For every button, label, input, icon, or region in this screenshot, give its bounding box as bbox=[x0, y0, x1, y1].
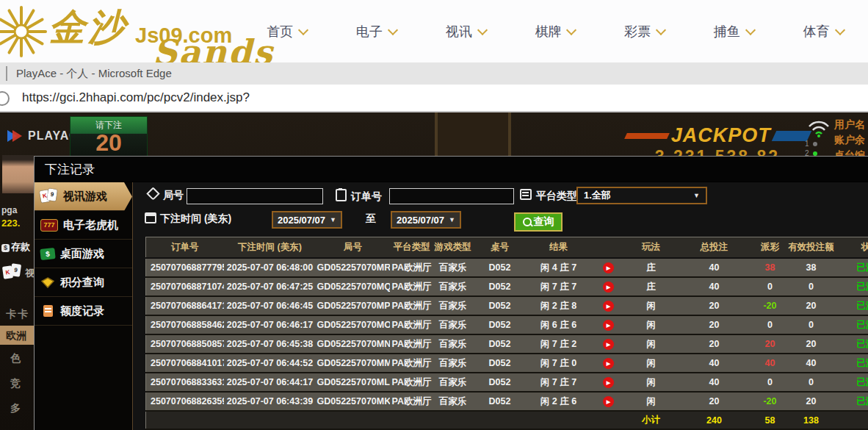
play-button[interactable]: ▶ bbox=[603, 339, 614, 350]
cell: 已派彩 bbox=[836, 392, 868, 411]
table-games-icon: $ bbox=[40, 247, 55, 259]
bet-time-label: 下注时间 (美东) bbox=[145, 212, 231, 226]
play-button[interactable]: ▶ bbox=[603, 377, 614, 388]
bet-countdown: 20 bbox=[70, 132, 147, 154]
table-row: 2507070688584622025-07-07 06:46:17GD0522… bbox=[146, 315, 868, 334]
lobby-item[interactable]: 多 bbox=[10, 402, 21, 415]
cell: PA欧洲厅 bbox=[390, 334, 434, 354]
lobby-item[interactable]: 色 bbox=[10, 352, 21, 365]
lobby-item[interactable]: 竞 bbox=[10, 377, 21, 390]
col-header: 桌号 bbox=[472, 237, 528, 259]
cell: 250707068864171 bbox=[146, 296, 224, 315]
cell: 2025-07-07 06:47:25 bbox=[224, 277, 317, 296]
table-header-row: 订单号 下注时间 (美东) 局号 平台类型 游戏类型 桌号 结果 玩法 总投注 … bbox=[146, 237, 868, 259]
cell: D052 bbox=[472, 354, 528, 373]
play-button[interactable]: ▶ bbox=[603, 320, 614, 331]
play-button[interactable]: ▶ bbox=[603, 358, 614, 369]
lobby-item[interactable]: 卡卡 bbox=[6, 308, 29, 321]
date-to-select[interactable]: 2025/07/07 ▼ bbox=[391, 211, 461, 229]
nav-item-fishing[interactable]: 捕鱼 bbox=[714, 23, 754, 40]
replay-cell: ▶ bbox=[590, 392, 628, 411]
tag-icon bbox=[146, 187, 159, 200]
nav-item-sports[interactable]: 体育 bbox=[803, 23, 844, 40]
lobby-item-selected[interactable]: 欧洲 bbox=[0, 326, 34, 345]
sidebar-item-video-games[interactable]: K9 视讯游戏 bbox=[35, 182, 132, 211]
background-decor bbox=[435, 112, 511, 157]
cell: 250707068850857 bbox=[146, 334, 224, 354]
cell: 闲 bbox=[628, 315, 675, 334]
cell: 250707068858462 bbox=[146, 315, 224, 334]
caret-down-icon: ▼ bbox=[449, 216, 455, 223]
col-header: 总投注 bbox=[675, 237, 754, 259]
chevron-down-icon bbox=[656, 24, 666, 35]
round-no-input[interactable] bbox=[187, 188, 323, 204]
replay-cell: ▶ bbox=[590, 315, 628, 334]
cell: 20 bbox=[675, 315, 754, 334]
nav-item-lottery[interactable]: 彩票 bbox=[624, 23, 665, 40]
window-edge bbox=[6, 66, 7, 81]
table-row: 2507070688410172025-07-07 06:44:52GD0522… bbox=[146, 354, 868, 373]
page-info-icon[interactable] bbox=[0, 91, 10, 106]
order-no-input[interactable] bbox=[389, 188, 514, 204]
bet-records-modal: 下注记录 K9 视讯游戏 777 电子老虎机 $ 桌面游戏 bbox=[34, 156, 868, 430]
cell: 40 bbox=[675, 354, 754, 373]
cards-icon: K9 bbox=[40, 189, 58, 204]
subtotal-valid: 138 bbox=[786, 411, 836, 429]
play-button[interactable]: ▶ bbox=[603, 301, 614, 312]
cell: 闲 bbox=[628, 392, 675, 411]
nav-item-home[interactable]: 首页 bbox=[267, 23, 307, 40]
caret-down-icon: ▼ bbox=[693, 192, 700, 199]
cell: 40 bbox=[675, 277, 754, 296]
sidebar-item-points[interactable]: 积分查询 bbox=[35, 268, 132, 297]
cell: D052 bbox=[472, 277, 528, 296]
cell: PA欧洲厅 bbox=[390, 354, 434, 373]
date-from-select[interactable]: 2025/07/07 ▼ bbox=[272, 211, 342, 229]
modal-sidebar: K9 视讯游戏 777 电子老虎机 $ 桌面游戏 积分查询 bbox=[35, 182, 133, 430]
clipboard-icon bbox=[336, 189, 347, 201]
play-button[interactable]: ▶ bbox=[603, 262, 614, 273]
records-table: 订单号 下注时间 (美东) 局号 平台类型 游戏类型 桌号 结果 玩法 总投注 … bbox=[145, 237, 868, 430]
play-button[interactable]: ▶ bbox=[603, 396, 614, 407]
cell: GD052257070MK bbox=[317, 392, 390, 411]
search-icon bbox=[523, 218, 532, 226]
jackpot-bar-left bbox=[624, 133, 669, 139]
cell: 闲 7 庄 7 bbox=[528, 277, 590, 296]
chevron-down-icon bbox=[834, 24, 845, 35]
url-bar[interactable]: https://gci.2hhapi.com/pc/pcv2/index.jsp… bbox=[0, 85, 868, 112]
platform-type-select[interactable]: 1.全部 ▼ bbox=[576, 187, 707, 204]
cell: 百家乐 bbox=[434, 315, 472, 334]
cell: 2025-07-07 06:46:17 bbox=[224, 315, 317, 334]
avatar[interactable] bbox=[2, 155, 34, 193]
query-button[interactable]: 查询 bbox=[514, 212, 563, 232]
cell: 2025-07-07 06:45:38 bbox=[224, 334, 317, 354]
subtotal-label: 小计 bbox=[628, 411, 675, 429]
round-no-label: 局号 bbox=[148, 189, 184, 202]
cell: 百家乐 bbox=[434, 392, 472, 411]
deposit-button[interactable]: $存款 bbox=[1, 240, 30, 254]
cell: 闲 6 庄 6 bbox=[528, 315, 590, 334]
cell: GD052257070MO bbox=[317, 315, 390, 334]
diamond-icon bbox=[40, 277, 55, 288]
nav-item-video[interactable]: 视讯 bbox=[446, 23, 486, 40]
coin-icon: $ bbox=[1, 244, 10, 252]
platform-type-label: 平台类型 bbox=[520, 189, 577, 203]
sidebar-item-slots[interactable]: 777 电子老虎机 bbox=[35, 211, 132, 240]
order-no-label: 订单号 bbox=[336, 189, 382, 204]
cell: 40 bbox=[675, 373, 754, 392]
sidebar-item-quota-records[interactable]: 额度记录 bbox=[35, 297, 132, 326]
nav-item-boardgames[interactable]: 棋牌 bbox=[535, 23, 575, 40]
window-title: PlayAce - 个人 - Microsoft Edge bbox=[16, 67, 172, 81]
cell: 20 bbox=[786, 392, 836, 411]
cell: 38 bbox=[786, 258, 836, 277]
url-text[interactable]: https://gci.2hhapi.com/pc/pcv2/index.jsp… bbox=[22, 90, 250, 105]
play-button[interactable]: ▶ bbox=[603, 282, 614, 293]
sidebar-item-table-games[interactable]: $ 桌面游戏 bbox=[35, 240, 132, 268]
document-icon bbox=[43, 305, 53, 317]
cell: 40 bbox=[786, 354, 836, 373]
left-strip: pga 223. $存款 K9 视 卡卡 欧洲 色 竞 多 bbox=[0, 112, 34, 430]
cell: 20 bbox=[754, 334, 786, 354]
chevron-down-icon bbox=[745, 24, 756, 35]
nav-item-electronic[interactable]: 电子 bbox=[356, 23, 397, 40]
subtotal-payout: 58 bbox=[754, 411, 786, 429]
jackpot-label: JACKPOT bbox=[671, 124, 771, 147]
